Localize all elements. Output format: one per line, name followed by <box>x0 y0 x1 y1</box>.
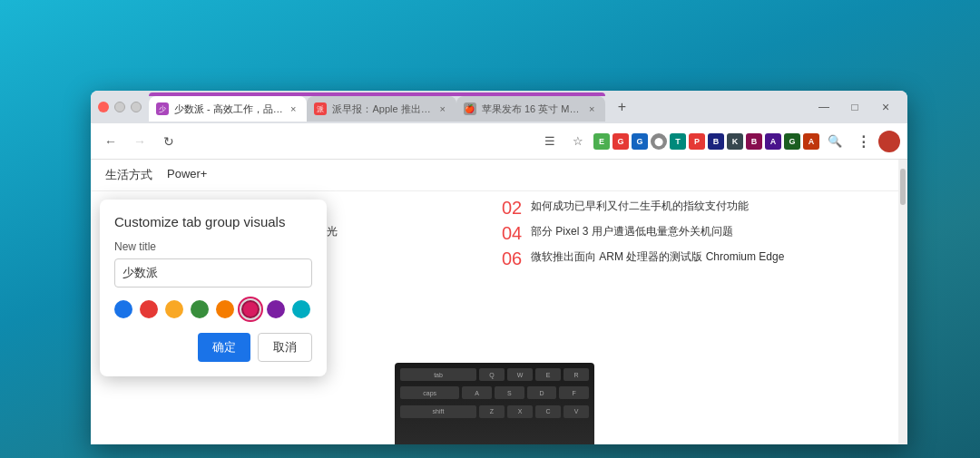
key-x: X <box>507 405 533 418</box>
article-02-text[interactable]: 如何成功已早利又付二生手机的指纹支付功能 <box>531 199 749 217</box>
confirm-button[interactable]: 确定 <box>198 333 250 362</box>
page-content: 生活方式 Power+ 01 Apple 推出 16 英寸 MacBook Pr… <box>91 160 898 444</box>
tab-group: 少 少数派 - 高效工作，品质生活 × 派 派早报：Apple 推出 16 英寸… <box>149 93 605 122</box>
browser-window: 少 少数派 - 高效工作，品质生活 × 派 派早报：Apple 推出 16 英寸… <box>91 91 907 444</box>
window-controls <box>98 102 142 112</box>
color-pink[interactable] <box>241 300 260 318</box>
tab-1[interactable]: 少 少数派 - 高效工作，品质生活 × <box>149 96 307 122</box>
new-tab-button[interactable]: + <box>609 96 634 118</box>
reload-button[interactable]: ↻ <box>156 129 181 154</box>
article-02: 02 如何成功已早利又付二生手机的指纹支付功能 <box>502 199 884 217</box>
scrollbar[interactable] <box>898 160 907 444</box>
tab-1-favicon: 少 <box>156 102 169 115</box>
title-input[interactable] <box>114 258 312 287</box>
tab-2[interactable]: 派 派早报：Apple 推出 16 英寸 M... × <box>307 96 456 122</box>
key-caps: caps <box>400 386 459 399</box>
key-c: C <box>535 405 561 418</box>
tab-2-close[interactable]: × <box>437 102 446 115</box>
extension-11-icon[interactable]: G <box>784 133 800 150</box>
color-purple[interactable] <box>267 300 285 318</box>
key-e: E <box>535 368 561 381</box>
color-swatches <box>114 300 312 318</box>
extension-9-icon[interactable]: B <box>746 133 762 150</box>
article-04: 04 部分 Pixel 3 用户遭遇低电量意外关机问题 <box>502 224 884 242</box>
color-blue[interactable] <box>114 300 132 318</box>
extension-2-icon[interactable]: G <box>612 133 629 150</box>
maximize-button[interactable] <box>131 102 142 112</box>
article-06-text[interactable]: 微软推出面向 ARM 处理器的测试版 Chromium Edge <box>531 249 784 268</box>
color-green[interactable] <box>191 300 209 318</box>
key-q: Q <box>479 368 505 381</box>
tab-2-favicon: 派 <box>314 102 327 115</box>
article-04-text[interactable]: 部分 Pixel 3 用户遭遇低电量意外关机问题 <box>531 224 733 242</box>
extension-10-icon[interactable]: A <box>765 133 781 150</box>
page-nav: 生活方式 Power+ <box>91 160 898 191</box>
extension-4-icon[interactable]: ⬤ <box>651 133 667 150</box>
nav-lifestyle[interactable]: 生活方式 <box>105 165 152 185</box>
extension-7-icon[interactable]: B <box>708 133 724 150</box>
search-icon[interactable]: 🔍 <box>822 129 848 154</box>
back-button[interactable]: ← <box>98 129 123 154</box>
article-06: 06 微软推出面向 ARM 处理器的测试版 Chromium Edge <box>502 249 884 268</box>
profile-avatar[interactable] <box>878 131 900 152</box>
scrollbar-thumb[interactable] <box>900 169 906 205</box>
color-yellow[interactable] <box>165 300 183 318</box>
star-icon[interactable]: ☆ <box>565 129 591 154</box>
tab-3-label: 苹果发布 16 英寸 MacBook Pro... <box>482 102 582 116</box>
key-a: A <box>462 386 492 399</box>
tab-1-close[interactable]: × <box>289 102 298 115</box>
close-window-icon[interactable]: × <box>871 96 900 118</box>
extension-1-icon[interactable]: E <box>593 133 610 150</box>
article-06-num: 06 <box>502 249 524 268</box>
popup-dialog: Customize tab group visuals New title 确定… <box>100 200 327 376</box>
color-orange[interactable] <box>216 300 234 318</box>
tab-1-label: 少数派 - 高效工作，品质生活 <box>174 102 283 116</box>
key-tab: tab <box>400 368 476 381</box>
key-f: F <box>559 386 589 399</box>
key-w: W <box>507 368 533 381</box>
tab-group-tabs: 少 少数派 - 高效工作，品质生活 × 派 派早报：Apple 推出 16 英寸… <box>149 96 605 122</box>
page-image: tab Q W E R caps A S D F shift <box>395 363 594 444</box>
key-d: D <box>527 386 557 399</box>
extension-3-icon[interactable]: G <box>632 133 648 150</box>
minimize-icon[interactable]: — <box>809 96 838 118</box>
close-button[interactable] <box>98 102 109 112</box>
extension-8-icon[interactable]: K <box>727 133 743 150</box>
forward-button[interactable]: → <box>127 129 152 154</box>
color-cyan[interactable] <box>292 300 310 318</box>
maximize-icon[interactable]: □ <box>840 96 869 118</box>
content-area: 生活方式 Power+ 01 Apple 推出 16 英寸 MacBook Pr… <box>91 160 907 444</box>
popup-buttons: 确定 取消 <box>114 333 312 362</box>
minimize-button[interactable] <box>114 102 125 112</box>
key-z: Z <box>479 405 505 418</box>
article-02-num: 02 <box>502 199 524 217</box>
extension-5-icon[interactable]: T <box>670 133 686 150</box>
toolbar: ← → ↻ ☰ ☆ E G G ⬤ T P B K B A G A 🔍 ⋮ <box>91 123 907 160</box>
chrome-menu-icon[interactable]: ⋮ <box>850 129 876 154</box>
tab-3-close[interactable]: × <box>587 102 596 115</box>
key-s: S <box>495 386 524 399</box>
tab-2-label: 派早报：Apple 推出 16 英寸 M... <box>332 102 432 116</box>
key-v: V <box>564 405 589 418</box>
new-title-label: New title <box>114 240 312 253</box>
color-red[interactable] <box>140 300 158 318</box>
nav-power[interactable]: Power+ <box>167 165 207 185</box>
tab-3[interactable]: 🍎 苹果发布 16 英寸 MacBook Pro... × <box>456 96 605 122</box>
popup-title: Customize tab group visuals <box>114 214 312 229</box>
key-r: R <box>564 368 589 381</box>
cancel-button[interactable]: 取消 <box>258 333 312 362</box>
bookmark-icon[interactable]: ☰ <box>537 129 563 154</box>
title-bar: 少 少数派 - 高效工作，品质生活 × 派 派早报：Apple 推出 16 英寸… <box>91 91 907 123</box>
tab-3-favicon: 🍎 <box>464 102 476 115</box>
key-shift: shift <box>400 405 476 418</box>
extension-12-icon[interactable]: A <box>803 133 819 150</box>
article-04-num: 04 <box>502 224 524 242</box>
keyboard-visual: tab Q W E R caps A S D F shift <box>395 363 594 444</box>
extension-6-icon[interactable]: P <box>689 133 705 150</box>
